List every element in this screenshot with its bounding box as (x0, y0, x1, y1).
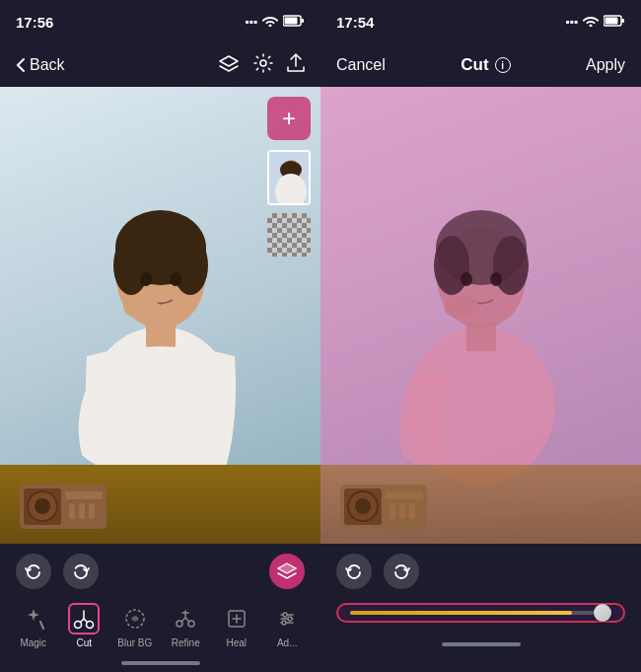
svg-rect-52 (466, 322, 496, 351)
svg-line-25 (40, 622, 43, 629)
status-icons-left: ▪▪▪ (245, 15, 305, 30)
home-indicator-right (320, 635, 641, 654)
cut-icon (68, 603, 100, 635)
home-indicator-left (0, 654, 320, 672)
gear-icon[interactable] (253, 53, 273, 78)
undo-redo-group-left (16, 554, 99, 589)
nav-bar-left: Back (0, 43, 320, 87)
radio-device-left (20, 480, 108, 534)
status-time-right: 17:54 (336, 14, 374, 31)
table-surface-right (320, 465, 641, 544)
refine-label: Refine (172, 637, 200, 648)
signal-icon-right: ▪▪▪ (565, 15, 578, 29)
svg-point-46 (282, 621, 286, 625)
tool-cut[interactable]: Cut (60, 603, 107, 648)
bottom-controls-right (320, 544, 641, 672)
svg-rect-63 (386, 491, 423, 499)
signal-icon-left: ▪▪▪ (245, 15, 257, 29)
svg-line-35 (186, 619, 190, 623)
person-thumbnail[interactable] (267, 150, 311, 205)
svg-rect-1 (285, 17, 298, 24)
blur-bg-icon (119, 603, 151, 635)
svg-rect-17 (65, 491, 103, 499)
heal-icon (221, 603, 252, 635)
tool-blur-bg[interactable]: Blur BG (111, 603, 159, 648)
svg-rect-66 (409, 503, 415, 519)
nav-right-icons (218, 53, 305, 78)
tool-adjust[interactable]: Ad... (263, 603, 311, 648)
svg-point-11 (170, 272, 181, 286)
magic-icon (18, 603, 49, 635)
svg-point-57 (490, 272, 502, 286)
svg-point-16 (35, 498, 50, 514)
svg-point-3 (260, 60, 266, 66)
right-panel: 17:54 ▪▪▪ Cancel Cut i (320, 0, 641, 672)
bottom-controls-left: Magic Cut (0, 544, 320, 672)
cut-label: Cut (76, 637, 92, 648)
tool-magic[interactable]: Magic (10, 603, 57, 648)
svg-point-54 (434, 236, 469, 295)
slider-row (320, 599, 641, 631)
layers-button[interactable] (269, 554, 305, 589)
info-button[interactable]: i (495, 57, 511, 73)
battery-icon-left (283, 15, 305, 30)
svg-point-10 (140, 272, 152, 286)
cut-image-right (320, 87, 641, 544)
slider-track[interactable] (350, 611, 611, 615)
brush-size-slider-container (336, 603, 625, 623)
undo-redo-row-right (320, 544, 641, 599)
tool-heal[interactable]: Heal (213, 603, 260, 648)
svg-point-58 (444, 295, 479, 319)
back-label: Back (30, 56, 65, 74)
svg-line-34 (181, 619, 185, 623)
checker-thumbnail[interactable] (267, 213, 311, 257)
adjust-icon (271, 603, 303, 635)
radio-device-right (340, 480, 429, 534)
table-surface-left (0, 465, 320, 544)
svg-rect-65 (399, 503, 405, 519)
svg-point-45 (288, 617, 292, 621)
tool-refine[interactable]: Refine (162, 603, 209, 648)
person-figure-right (383, 119, 580, 485)
wifi-icon-right (583, 15, 599, 30)
svg-point-12 (123, 295, 159, 319)
refine-icon (170, 603, 201, 635)
status-bar-right: 17:54 ▪▪▪ (320, 0, 641, 43)
status-time-left: 17:56 (16, 14, 53, 31)
magic-label: Magic (20, 637, 46, 648)
svg-point-8 (113, 236, 149, 295)
status-bar-left: 17:56 ▪▪▪ (0, 0, 320, 43)
svg-rect-20 (89, 503, 95, 519)
blur-bg-label: Blur BG (117, 637, 152, 648)
back-button[interactable]: Back (16, 56, 65, 74)
left-panel: 17:56 ▪▪▪ Back (0, 0, 320, 672)
nav-bar-right: Cancel Cut i Apply (320, 43, 641, 87)
cut-title: Cut i (461, 55, 510, 75)
home-bar-left (121, 661, 200, 665)
image-bg-left: + (0, 87, 320, 544)
add-layer-button[interactable]: + (267, 97, 311, 140)
svg-point-56 (461, 272, 472, 286)
redo-button-left[interactable] (63, 554, 99, 589)
svg-rect-18 (69, 503, 75, 519)
tools-row: Magic Cut (0, 597, 320, 654)
apply-button[interactable]: Apply (586, 56, 625, 74)
share-icon[interactable] (287, 53, 305, 78)
slider-thumb[interactable] (594, 604, 611, 622)
redo-button-right[interactable] (384, 554, 419, 589)
cut-title-text: Cut (461, 55, 488, 75)
cancel-button[interactable]: Cancel (336, 56, 386, 74)
svg-point-62 (355, 498, 371, 514)
svg-point-44 (283, 613, 287, 617)
slider-fill (350, 611, 572, 615)
battery-icon-right (604, 15, 625, 30)
hat-icon[interactable] (218, 54, 240, 77)
status-icons-right: ▪▪▪ (565, 15, 625, 30)
svg-rect-48 (605, 17, 618, 24)
svg-point-9 (173, 236, 208, 295)
undo-button-right[interactable] (336, 554, 372, 589)
main-image-left: + (0, 87, 320, 544)
svg-rect-49 (622, 19, 625, 23)
undo-button-left[interactable] (16, 554, 51, 589)
svg-rect-64 (390, 503, 395, 519)
